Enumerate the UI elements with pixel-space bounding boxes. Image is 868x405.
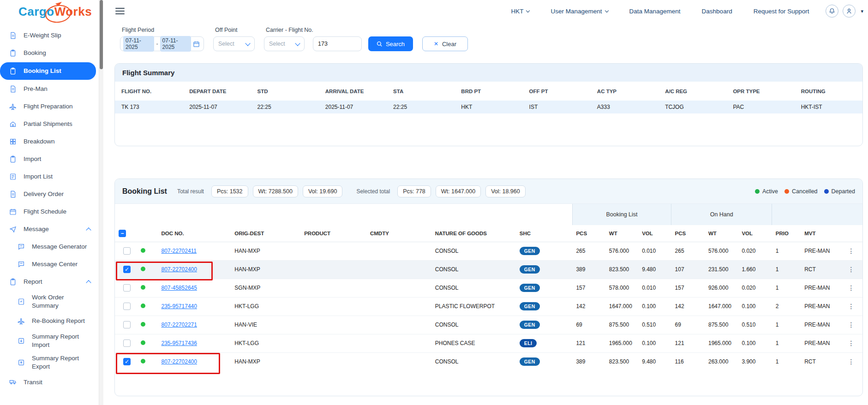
status-column-header bbox=[137, 225, 157, 242]
actions-cell: ⋮ bbox=[842, 242, 862, 260]
clear-button[interactable]: ✕ Clear bbox=[422, 36, 468, 51]
row-checkbox[interactable] bbox=[123, 339, 131, 347]
mvt-cell: PRE-MAN bbox=[801, 297, 841, 316]
off-point-select[interactable]: Select bbox=[213, 36, 255, 51]
shc-badge: GEN bbox=[520, 357, 540, 366]
doc-no-link[interactable]: 235-95717436 bbox=[162, 340, 197, 346]
flight-schedule-icon bbox=[9, 208, 17, 216]
nature-of-goods-cell: CONSOL bbox=[431, 242, 516, 260]
sidebar-item-flight-schedule[interactable]: Flight Schedule bbox=[0, 203, 99, 220]
shc-cell: GEN bbox=[516, 297, 573, 316]
row-checkbox[interactable] bbox=[123, 284, 131, 292]
sidebar-item-import-list[interactable]: Import List bbox=[0, 168, 99, 185]
col-vol: VOL bbox=[738, 225, 772, 242]
sidebar-item-import[interactable]: Import bbox=[0, 150, 99, 168]
kebab-menu-icon[interactable]: ⋮ bbox=[845, 284, 857, 292]
row-checkbox[interactable]: ✓ bbox=[123, 358, 131, 365]
sidebar-item-partial-shipments[interactable]: Partial Shipments bbox=[0, 115, 99, 133]
booking-row: 235-95717436HKT-LGGPHONES CASEELI1211965… bbox=[115, 334, 862, 352]
booking-row: 807-45852645SGN-MXPCONSOLGEN157578.0000.… bbox=[115, 279, 862, 297]
fs-col-depart-date: DEPART DATE bbox=[183, 82, 251, 101]
chevron-up-icon[interactable] bbox=[86, 227, 91, 232]
row-checkbox[interactable]: ✓ bbox=[123, 266, 131, 273]
booking-list-card: Booking List Total result Pcs: 1532Wt: 7… bbox=[114, 179, 863, 396]
notifications-button[interactable] bbox=[826, 5, 838, 18]
user-profile-button[interactable] bbox=[843, 5, 856, 18]
date-to-chip[interactable]: 07-11-2025 bbox=[160, 36, 191, 52]
sidebar-item-transit[interactable]: Transit bbox=[0, 373, 99, 391]
row-checkbox-cell bbox=[115, 334, 137, 352]
sidebar-item-message-center[interactable]: Message Center bbox=[0, 256, 99, 273]
fs-cell: 22:25 bbox=[251, 101, 319, 113]
col-cmdty: CMDTY bbox=[366, 225, 431, 242]
filter-bar: Flight Period 07-11-2025 - 07-11-2025 Of… bbox=[120, 27, 863, 51]
kebab-menu-icon[interactable]: ⋮ bbox=[845, 358, 857, 365]
row-checkbox-cell: ✓ bbox=[115, 260, 137, 279]
shc-badge: ELI bbox=[520, 339, 537, 347]
nav-item-dashboard[interactable]: Dashboard bbox=[702, 8, 732, 15]
doc-no-link[interactable]: 235-95717440 bbox=[162, 303, 197, 310]
sidebar-item-booking[interactable]: Booking bbox=[0, 44, 99, 62]
sidebar-item-message[interactable]: Message bbox=[0, 220, 99, 238]
search-button[interactable]: Search bbox=[368, 36, 413, 51]
sidebar-item-report[interactable]: Report bbox=[0, 273, 99, 291]
kebab-menu-icon[interactable]: ⋮ bbox=[845, 321, 857, 328]
sidebar-item-summary-report-import[interactable]: Summary Report Import bbox=[0, 330, 99, 351]
doc-no-link[interactable]: 807-22702411 bbox=[162, 248, 197, 254]
scrollbar-thumb[interactable] bbox=[100, 0, 103, 69]
flight-period-input[interactable]: 07-11-2025 - 07-11-2025 bbox=[120, 36, 204, 51]
flight-preparation-icon bbox=[9, 103, 17, 111]
oh-wt-cell: 926.000 bbox=[705, 279, 738, 297]
row-checkbox[interactable] bbox=[123, 303, 131, 310]
profile-caret-icon[interactable]: ▾ bbox=[861, 8, 863, 14]
date-from-chip[interactable]: 07-11-2025 bbox=[123, 36, 154, 52]
orig-dest-cell: HKT-LGG bbox=[231, 297, 300, 316]
sidebar-item-delivery-order[interactable]: Delivery Order bbox=[0, 185, 99, 203]
doc-no-link[interactable]: 807-45852645 bbox=[162, 285, 197, 291]
sidebar-item-summary-report-export[interactable]: Summary Report Export bbox=[0, 351, 99, 373]
fs-cell: PAC bbox=[726, 101, 794, 113]
sidebar-item-breakdown[interactable]: Breakdown bbox=[0, 133, 99, 150]
oh-pcs-cell: 116 bbox=[671, 352, 705, 371]
sidebar-item-pre-man[interactable]: Pre-Man bbox=[0, 80, 99, 98]
sidebar-item-flight-preparation[interactable]: Flight Preparation bbox=[0, 98, 99, 115]
kebab-menu-icon[interactable]: ⋮ bbox=[845, 266, 857, 273]
nav-item-request-for-support[interactable]: Request for Support bbox=[754, 8, 809, 15]
prio-cell: 1 bbox=[772, 260, 801, 279]
doc-no-link[interactable]: 807-22702400 bbox=[162, 266, 197, 273]
sidebar-item-booking-list[interactable]: Booking List bbox=[0, 62, 96, 80]
doc-no-cell: 807-22702400 bbox=[158, 260, 231, 279]
main-area: HKTUser ManagementData ManagementDashboa… bbox=[103, 0, 868, 405]
oh-wt-cell: 231.500 bbox=[705, 260, 738, 279]
flight-summary-row[interactable]: TK 1732025-11-0722:252025-11-0722:25HKTI… bbox=[115, 101, 862, 113]
cmdty-cell bbox=[366, 242, 431, 260]
kebab-menu-icon[interactable]: ⋮ bbox=[845, 247, 857, 255]
status-legend: ActiveCancelledDeparted bbox=[755, 188, 855, 195]
doc-no-link[interactable]: 807-22702400 bbox=[162, 358, 197, 365]
flight-no-input[interactable] bbox=[313, 36, 362, 51]
cmdty-cell bbox=[366, 352, 431, 371]
nav-item-hkt[interactable]: HKT bbox=[511, 8, 529, 15]
select-all-checkbox[interactable]: − bbox=[119, 230, 126, 237]
sidebar-scrollbar[interactable] bbox=[99, 0, 103, 405]
doc-no-link[interactable]: 807-22702271 bbox=[162, 322, 197, 328]
sidebar-item-e-weight-slip[interactable]: E-Weight Slip bbox=[0, 27, 99, 44]
sidebar-item-work-order-summary[interactable]: Work Order Summary bbox=[0, 291, 99, 312]
oh-pcs-cell: 265 bbox=[671, 242, 705, 260]
kebab-menu-icon[interactable]: ⋮ bbox=[845, 339, 857, 347]
kebab-menu-icon[interactable]: ⋮ bbox=[845, 303, 857, 310]
nav-item-data-management[interactable]: Data Management bbox=[629, 8, 681, 15]
sidebar-item-re-booking-report[interactable]: Re-Booking Report bbox=[0, 312, 99, 330]
hamburger-menu-icon[interactable] bbox=[115, 8, 125, 14]
carrier-select[interactable]: Select bbox=[264, 36, 305, 51]
booking-icon bbox=[9, 49, 17, 57]
product-cell bbox=[300, 260, 366, 279]
nav-item-user-management[interactable]: User Management bbox=[551, 8, 608, 15]
calendar-icon[interactable] bbox=[193, 41, 200, 48]
chevron-up-icon[interactable] bbox=[86, 280, 91, 285]
sidebar-item-label: Summary Report Export bbox=[32, 354, 88, 370]
row-checkbox[interactable] bbox=[123, 321, 131, 328]
sidebar-item-label: Message bbox=[24, 225, 80, 233]
row-checkbox[interactable] bbox=[123, 247, 131, 255]
sidebar-item-message-generator[interactable]: Message Generator bbox=[0, 238, 99, 256]
